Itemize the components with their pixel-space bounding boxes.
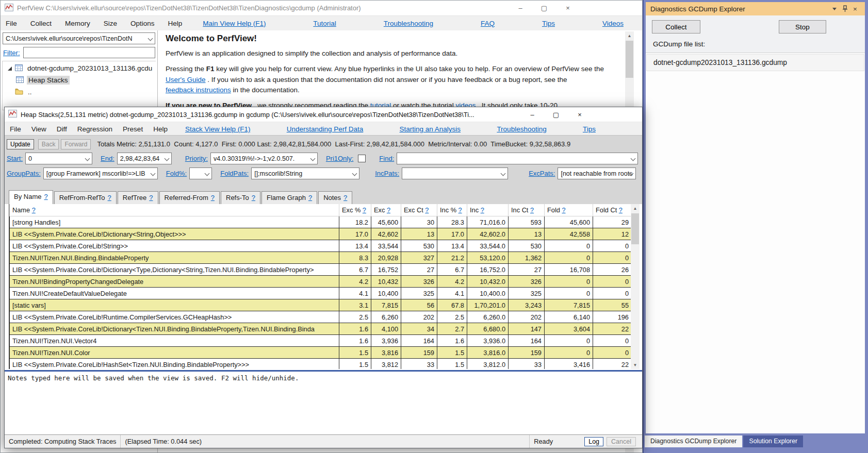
help-link-troubleshooting[interactable]: Troubleshooting xyxy=(384,20,433,27)
window-position-menu-icon[interactable] xyxy=(829,8,840,10)
find-link[interactable]: Find: xyxy=(379,155,394,162)
help-link-stack-view-help-f1-[interactable]: Stack View Help (F1) xyxy=(185,125,251,133)
list-item-gcdump-file[interactable]: dotnet-gcdump20231013_131136.gcdump xyxy=(646,54,864,71)
close-icon[interactable]: × xyxy=(568,107,592,122)
start-combo[interactable]: 0 xyxy=(25,153,92,164)
table-row[interactable]: LIB <<System.Private.CoreLib!String>>13.… xyxy=(10,240,631,252)
minimize-icon[interactable]: – xyxy=(520,107,544,122)
tree-item[interactable]: Heap Stacks xyxy=(3,74,156,86)
column-help-link[interactable]: ? xyxy=(363,206,366,214)
foldpct-combo[interactable] xyxy=(189,167,212,179)
table-row[interactable]: LIB <<System.Private.CoreLib!Dictionary<… xyxy=(10,323,631,335)
excpats-link[interactable]: ExcPats: xyxy=(529,170,555,177)
excpats-combo[interactable]: [not reachable from roots xyxy=(558,167,636,179)
back-button[interactable]: Back xyxy=(38,139,59,149)
panel-tab-solution-explorer[interactable]: Solution Explorer xyxy=(743,435,803,447)
table-row[interactable]: Tizen.NUI!BindingPropertyChangedDelegate… xyxy=(10,276,631,288)
column-header-fold[interactable]: Fold ? xyxy=(545,204,593,216)
table-row[interactable]: Tizen.NUI!Tizen.NUI.Vector41.63,9361641.… xyxy=(10,335,631,347)
column-header-exc-[interactable]: Exc % ? xyxy=(339,204,371,216)
tree-item-label[interactable]: .. xyxy=(26,88,34,96)
column-header-inc-[interactable]: Inc % ? xyxy=(437,204,467,216)
menu-file[interactable]: File xyxy=(10,125,21,133)
collect-button[interactable]: Collect xyxy=(652,20,700,33)
column-header-inc-ct[interactable]: Inc Ct ? xyxy=(509,204,545,216)
cell-name[interactable]: LIB <<System.Private.CoreLib!Runtime.Com… xyxy=(10,311,339,323)
tab-help-link[interactable]: ? xyxy=(108,194,111,202)
menu-help[interactable]: Help xyxy=(153,125,168,133)
expander-icon[interactable] xyxy=(8,66,12,71)
help-link-tutorial[interactable]: Tutorial xyxy=(313,20,336,27)
column-help-link[interactable]: ? xyxy=(32,206,36,214)
close-icon[interactable]: × xyxy=(556,1,580,15)
start-link[interactable]: Start: xyxy=(7,155,23,162)
tab-help-link[interactable]: ? xyxy=(44,193,47,200)
tree-item[interactable]: dotnet-gcdump_20231013_131136.gcdu xyxy=(3,62,156,74)
stop-button[interactable]: Stop xyxy=(779,20,826,33)
pri1only-checkbox[interactable] xyxy=(358,155,366,162)
tree-item[interactable]: .. xyxy=(3,86,156,98)
column-header-name[interactable]: Name ? xyxy=(10,204,339,216)
column-help-link[interactable]: ? xyxy=(387,206,390,214)
help-link-videos[interactable]: Videos xyxy=(602,20,624,27)
column-help-link[interactable]: ? xyxy=(481,206,484,214)
pin-icon[interactable] xyxy=(840,5,850,12)
menu-view[interactable]: View xyxy=(31,125,46,133)
cell-name[interactable]: Tizen.NUI!Tizen.NUI.Color xyxy=(10,347,339,359)
cell-name[interactable]: LIB <<System.Private.CoreLib!String>> xyxy=(10,240,339,252)
tab-refs-to[interactable]: Refs-To? xyxy=(221,191,260,204)
help-link-tips[interactable]: Tips xyxy=(583,125,596,133)
column-help-link[interactable]: ? xyxy=(425,206,429,214)
maximize-icon[interactable]: ▢ xyxy=(544,107,568,122)
table-row[interactable]: LIB <<System.Private.CoreLib!Dictionary<… xyxy=(10,228,631,240)
grid-scrollbar[interactable]: ▲ ▼ xyxy=(631,204,640,369)
scrollbar-thumb[interactable] xyxy=(626,41,633,78)
end-combo[interactable]: 2,98,42,83,64 xyxy=(117,153,172,164)
tab-help-link[interactable]: ? xyxy=(149,194,153,202)
close-icon[interactable]: × xyxy=(850,5,860,13)
help-link-tips[interactable]: Tips xyxy=(542,20,555,27)
cancel-button[interactable]: Cancel xyxy=(607,437,636,446)
update-button[interactable]: Update xyxy=(7,139,34,149)
cell-name[interactable]: LIB <<System.Private.CoreLib!Dictionary<… xyxy=(10,264,339,276)
help-link-main-view-help-f1-[interactable]: Main View Help (F1) xyxy=(203,20,266,27)
foldpats-link[interactable]: FoldPats: xyxy=(220,170,249,177)
priority-link[interactable]: Priority: xyxy=(185,155,208,162)
tab-reffrom-refto[interactable]: RefFrom-RefTo? xyxy=(54,191,117,204)
column-help-link[interactable]: ? xyxy=(619,206,623,214)
priority-combo[interactable]: v4.0.30319\%!->-1;v2.0.507. xyxy=(210,153,318,164)
column-header-exc-ct[interactable]: Exc Ct ? xyxy=(401,204,437,216)
menu-regression[interactable]: Regression xyxy=(77,125,112,133)
table-row[interactable]: LIB <<System.Private.CoreLib!HashSet<Tiz… xyxy=(10,359,631,370)
tab-help-link[interactable]: ? xyxy=(252,194,255,202)
panel-tab-diagnostics-gcdump-explorer[interactable]: Diagnostics GCDump Explorer xyxy=(645,435,742,447)
cell-name[interactable]: Tizen.NUI!Tizen.NUI.Binding.BindableProp… xyxy=(10,252,339,264)
minimize-icon[interactable]: – xyxy=(509,1,532,15)
foldpats-combo[interactable]: [];mscorlib!String xyxy=(251,167,359,179)
inline-link-feedback-instructions[interactable]: feedback instructions xyxy=(166,86,231,94)
cell-name[interactable]: LIB <<System.Private.CoreLib!Dictionary<… xyxy=(10,323,339,335)
menu-size[interactable]: Size xyxy=(104,20,117,27)
cell-name[interactable]: LIB <<System.Private.CoreLib!Dictionary<… xyxy=(10,228,339,240)
table-row[interactable]: LIB <<System.Private.CoreLib!Runtime.Com… xyxy=(10,311,631,323)
tab-reftree[interactable]: RefTree? xyxy=(118,191,158,204)
menu-help[interactable]: Help xyxy=(168,20,183,27)
find-combo[interactable] xyxy=(397,153,638,164)
incpats-link[interactable]: IncPats: xyxy=(375,170,399,177)
table-row[interactable]: [static vars]3.17,8155667.81,70,201.03,2… xyxy=(10,299,631,311)
menu-options[interactable]: Options xyxy=(130,20,155,27)
foldpct-link[interactable]: Fold%: xyxy=(166,170,187,177)
help-link-understanding-perf-data[interactable]: Understanding Perf Data xyxy=(287,125,364,133)
cell-name[interactable]: Tizen.NUI!CreateDefaultValueDelegate xyxy=(10,288,339,299)
cell-name[interactable]: Tizen.NUI!Tizen.NUI.Vector4 xyxy=(10,335,339,347)
incpats-combo[interactable] xyxy=(402,167,508,179)
tab-help-link[interactable]: ? xyxy=(343,194,347,202)
menu-memory[interactable]: Memory xyxy=(65,20,90,27)
help-link-starting-an-analysis[interactable]: Starting an Analysis xyxy=(400,125,461,133)
tab-notes[interactable]: Notes? xyxy=(318,191,352,204)
scroll-up-icon[interactable]: ▲ xyxy=(625,31,634,40)
scroll-up-icon[interactable]: ▲ xyxy=(631,204,640,212)
filter-input[interactable] xyxy=(23,47,156,58)
scrollbar-thumb[interactable] xyxy=(631,213,639,244)
menu-diff[interactable]: Diff xyxy=(57,125,67,133)
